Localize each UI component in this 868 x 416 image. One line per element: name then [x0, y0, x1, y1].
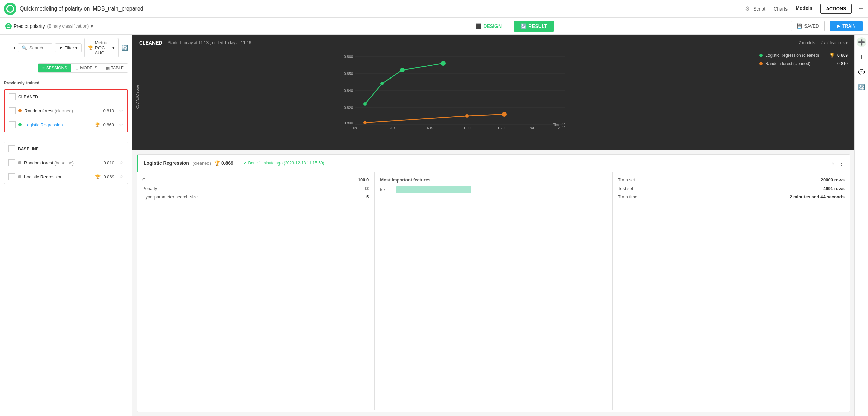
dropdown-arrow-small[interactable]: ▾: [14, 46, 15, 50]
nav-actions-button[interactable]: ACTIONS: [820, 4, 852, 14]
save-icon: 💾: [797, 23, 802, 29]
cleaned-label: CLEANED: [18, 94, 38, 99]
table-label: TABLE: [111, 66, 124, 70]
baseline-header: [4, 136, 128, 139]
models-view-label: MODELS: [80, 66, 97, 70]
feature-bar: [396, 186, 471, 193]
chart-session-name: CLEANED: [139, 40, 162, 46]
baseline-label: BASELINE: [18, 146, 39, 151]
svg-text:40s: 40s: [427, 126, 433, 130]
legend-score-lr: 0.869: [837, 53, 848, 58]
cleaned-group: CLEANED Random forest (cleaned) 0.810 ☆ …: [4, 89, 128, 132]
lr-cleaned-dot: [18, 123, 22, 126]
lr-cleaned-checkbox[interactable]: [9, 121, 16, 128]
param-hyperparams-label: Hyperparameter search size: [142, 194, 198, 200]
table-view-button[interactable]: ▦ TABLE: [102, 64, 128, 72]
view-toggle: ≡ SESSIONS ⊞ MODELS ▦ TABLE: [38, 63, 128, 73]
card-header: Logistic Regression (cleaned) 🏆 0.869 ✔ …: [137, 155, 850, 172]
model-card: Logistic Regression (cleaned) 🏆 0.869 ✔ …: [137, 154, 850, 412]
param-hyperparams-value: 5: [366, 194, 369, 200]
svg-text:0.820: 0.820: [344, 106, 353, 110]
card-model-sub: (cleaned): [193, 161, 211, 166]
sidebar-add-icon[interactable]: ➕: [857, 37, 866, 47]
table-row: Random forest (cleaned) 0.810 ☆: [5, 104, 127, 118]
predict-dropdown-arrow[interactable]: ▾: [91, 23, 93, 29]
saved-button[interactable]: 💾 SAVED: [791, 21, 825, 31]
svg-text:0.800: 0.800: [344, 121, 353, 125]
svg-point-22: [363, 121, 367, 124]
rf-baseline-score: 0.810: [103, 160, 114, 166]
param-row-penalty: Penalty l2: [142, 186, 369, 191]
stats-row-test: Test set 4991 rows: [618, 186, 845, 191]
nav-charts[interactable]: Charts: [774, 6, 788, 12]
right-main: CLEANED Started Today at 11:13 , ended T…: [132, 35, 854, 416]
chart-svg: 0.860 0.850 0.840 0.820 0.800 0s 20s 40s…: [146, 50, 761, 131]
svg-text:0.860: 0.860: [344, 55, 353, 59]
rf-baseline-checkbox[interactable]: [8, 159, 15, 166]
sessions-area: Previously trained CLEANED Random forest…: [0, 75, 132, 416]
search-box: 🔍: [18, 43, 52, 52]
back-button[interactable]: ←: [858, 5, 864, 12]
lr-cleaned-star[interactable]: ☆: [119, 122, 123, 127]
predict-icon: [5, 23, 12, 29]
train-set-value: 20009 rows: [821, 177, 845, 183]
models-view-button[interactable]: ⊞ MODELS: [71, 64, 102, 72]
rf-cleaned-checkbox[interactable]: [9, 107, 16, 114]
svg-point-19: [380, 82, 384, 85]
svg-point-18: [363, 102, 367, 106]
table-row: Logistic Regression ... 🏆 0.869 ☆: [4, 170, 128, 184]
card-star-button[interactable]: ☆: [831, 161, 835, 166]
chart-legend: Logistic Regression (cleaned) 🏆 0.869 Ra…: [759, 50, 848, 138]
design-label: DESIGN: [483, 23, 502, 29]
chart-features[interactable]: 2 / 2 features ▾: [821, 40, 848, 45]
page-title: Quick modeling of polarity on IMDB_train…: [20, 6, 740, 12]
chart-meta: Started Today at 11:13 , ended Today at …: [168, 40, 793, 45]
rf-baseline-star[interactable]: ☆: [119, 160, 124, 166]
rf-cleaned-star[interactable]: ☆: [119, 108, 123, 114]
train-button[interactable]: ▶ TRAIN: [830, 21, 863, 31]
train-play-icon: ▶: [837, 23, 840, 29]
param-c-label: C: [142, 177, 145, 183]
chart-area: CLEANED Started Today at 11:13 , ended T…: [132, 35, 854, 150]
nav-models[interactable]: Models: [796, 5, 812, 12]
stats-row-train: Train set 20009 rows: [618, 177, 845, 183]
trophy-metric-icon: 🏆: [88, 45, 93, 50]
baseline-group: BASELINE Random forest (baseline) 0.810 …: [4, 142, 128, 184]
lr-baseline-checkbox[interactable]: [8, 173, 15, 180]
search-input[interactable]: [29, 45, 49, 50]
card-more-button[interactable]: ⋮: [838, 159, 845, 167]
sessions-view-button[interactable]: ≡ SESSIONS: [38, 64, 71, 72]
result-icon: 🔄: [521, 23, 526, 29]
sidebar-chat-icon[interactable]: 💬: [857, 67, 866, 77]
y-axis-label: ROC AUC score: [135, 85, 139, 110]
cleaned-checkbox[interactable]: [9, 93, 16, 100]
refresh-button[interactable]: 🔄: [121, 45, 128, 51]
lr-baseline-star[interactable]: ☆: [119, 174, 124, 179]
previously-trained-header: Previously trained: [4, 79, 128, 87]
sidebar-sync-icon[interactable]: 🔄: [857, 82, 866, 92]
chart-container: ROC AUC score 0.860 0.850 0.840 0.820: [139, 50, 848, 138]
lr-baseline-name: Logistic Regression ...: [24, 174, 92, 179]
view-toggle-area: ≡ SESSIONS ⊞ MODELS ▦ TABLE: [0, 61, 132, 75]
lr-baseline-trophy: 🏆: [95, 174, 101, 179]
train-label: TRAIN: [842, 23, 856, 29]
sessions-label: SESSIONS: [46, 66, 67, 70]
svg-text:0s: 0s: [353, 126, 357, 130]
rf-cleaned-score: 0.810: [103, 108, 114, 114]
settings-icon[interactable]: ⚙: [745, 5, 750, 12]
svg-text:1:40: 1:40: [528, 126, 535, 130]
design-button[interactable]: ⬛ DESIGN: [469, 21, 508, 32]
lr-cleaned-name[interactable]: Logistic Regression ...: [24, 122, 92, 127]
metric-button[interactable]: 🏆 Metric: ROC AUC ▾: [84, 38, 119, 57]
logo: [4, 3, 16, 15]
svg-text:0.850: 0.850: [344, 72, 353, 76]
result-button[interactable]: 🔄 RESULT: [514, 21, 554, 32]
predict-name: Predict polarity: [14, 23, 45, 29]
nav-script[interactable]: Script: [753, 6, 765, 12]
select-all-checkbox[interactable]: [4, 45, 11, 51]
filter-button[interactable]: ▼ Filter ▾: [55, 43, 82, 52]
sidebar-info-icon[interactable]: ℹ: [857, 52, 866, 62]
baseline-checkbox[interactable]: [8, 145, 15, 152]
toolbar-row: ▾ 🔍 ▼ Filter ▾ 🏆 Metric: ROC AUC ▾ 🔄: [0, 35, 132, 61]
metric-dropdown-arrow: ▾: [112, 45, 115, 50]
